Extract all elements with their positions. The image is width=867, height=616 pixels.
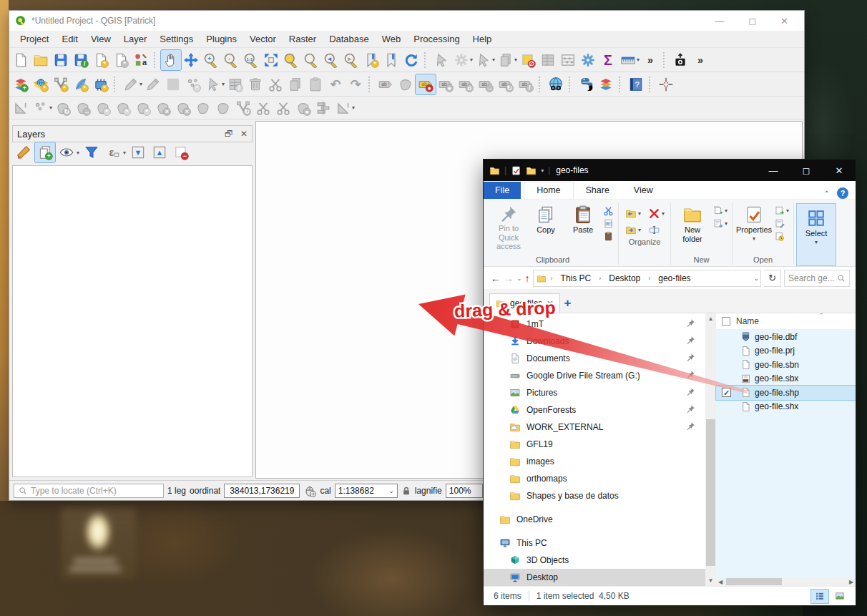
hscrollbar-thumb[interactable] (726, 578, 782, 585)
new-item-button[interactable]: ▾ (712, 205, 728, 216)
qat-newfolder-icon[interactable] (526, 165, 537, 176)
toolbar-separator[interactable] (368, 77, 373, 92)
tab-close-icon[interactable]: ✕ (547, 299, 553, 308)
add-delimited-text-layer-button[interactable]: * (51, 74, 71, 94)
breadcrumb-desktop[interactable]: Desktop (605, 273, 644, 283)
open-button[interactable]: ▾ (774, 205, 789, 216)
file-row-geo-file-shp[interactable]: ✓ geo-file.shp (716, 386, 856, 400)
style-manager-button[interactable]: a (131, 50, 151, 70)
zoom-to-layer-button[interactable] (301, 50, 321, 70)
qgis-titlebar[interactable]: *Untitled Project - QGIS [Patrick] — ◻ ✕ (9, 11, 804, 31)
zoom-next-button[interactable]: ▸ (341, 50, 361, 70)
delete-part-button[interactable] (193, 98, 213, 118)
copy-to-button[interactable]: ▾ (624, 224, 641, 236)
delete-selected-button[interactable] (245, 74, 265, 94)
help-contents-button[interactable]: ? (626, 74, 646, 94)
select-button[interactable]: Select ▾ (796, 203, 836, 266)
toolbar-separator[interactable] (569, 77, 574, 92)
nav-item-3d-objects[interactable]: 3D Objects (484, 552, 705, 569)
navigation-scrollbar[interactable]: ▲▼ (705, 313, 716, 586)
metasearch-button[interactable] (546, 74, 566, 94)
file-checkbox[interactable]: ✓ (722, 388, 731, 397)
import-photos-button[interactable] (670, 50, 690, 70)
identify-features-button[interactable] (431, 50, 451, 70)
toolbar-separator[interactable] (539, 77, 544, 92)
select-all-checkbox[interactable] (722, 317, 730, 326)
history-button[interactable] (774, 231, 789, 242)
zoom-out-button[interactable]: - (221, 50, 241, 70)
delete-ring-button[interactable]: × (173, 98, 193, 118)
show-hide-labels-button[interactable]: ab o (456, 74, 476, 94)
filter-by-expression-dropdown-chevron[interactable]: ▾ (123, 150, 126, 156)
merge-features-button[interactable]: ● (293, 98, 313, 118)
recent-locations-chevron[interactable]: ⌄ (516, 275, 522, 282)
refresh-map-button[interactable] (401, 50, 421, 70)
add-vector-layer-button[interactable]: * (31, 74, 51, 94)
remove-layer-button[interactable]: − (171, 142, 191, 162)
ribbon-tab-home[interactable]: Home (524, 182, 573, 199)
explorer-close-button[interactable]: ✕ (823, 160, 856, 181)
refresh-button[interactable]: ↻ (764, 270, 781, 287)
nav-item-onedrive[interactable]: OneDrive (484, 511, 705, 528)
nav-item-pictures[interactable]: Pictures (484, 384, 705, 401)
fill-ring-button[interactable]: × (153, 98, 173, 118)
layers-panel-close-button[interactable]: ✕ (240, 129, 248, 139)
details-view-button[interactable] (811, 590, 828, 603)
magnifier-input[interactable]: 100% (446, 484, 483, 498)
current-edits-button[interactable] (121, 74, 141, 94)
paste-button[interactable]: Paste (564, 202, 602, 235)
show-statistics-button[interactable]: Σ (598, 50, 618, 70)
copy-button[interactable]: Copy (527, 202, 564, 235)
menu-web[interactable]: Web (376, 31, 408, 47)
statistical-summary-button[interactable] (558, 50, 578, 70)
forward-button[interactable]: → (504, 273, 514, 284)
add-gps-layer-button[interactable]: * (71, 74, 91, 94)
nav-item-gfl19[interactable]: GFL19 (484, 436, 705, 453)
select-by-value-button[interactable] (496, 50, 516, 70)
open-data-source-manager-button[interactable]: + (11, 74, 31, 94)
nav-item-work-external[interactable]: WORK_EXTERNAL (484, 419, 705, 436)
cad-tools-button[interactable] (11, 98, 31, 118)
add-ring-button[interactable]: * (113, 98, 133, 118)
explorer-minimize-button[interactable]: — (757, 160, 790, 181)
nav-item-orthomaps[interactable]: orthomaps (484, 470, 705, 487)
file-row-geo-file-dbf[interactable]: geo-file.dbf (716, 330, 856, 344)
toolbar-separator[interactable] (663, 52, 668, 68)
thumbnails-view-button[interactable] (831, 590, 848, 603)
nav-item-google-drive-file-stream-g-[interactable]: Google Drive File Stream (G:) (484, 367, 705, 384)
open-attribute-table-button[interactable] (538, 50, 558, 70)
redo-button[interactable]: ↷ (346, 74, 366, 94)
nav-item-documents[interactable]: Documents (484, 350, 705, 367)
qat-customize-chevron[interactable]: ▾ (541, 167, 544, 174)
modify-attributes-button[interactable]: / (225, 74, 245, 94)
new-tab-button[interactable]: + (564, 296, 572, 313)
locate-input[interactable]: Type to locate (Ctrl+K) (14, 484, 164, 498)
menu-processing[interactable]: Processing (407, 31, 466, 47)
add-group-button[interactable]: + (35, 142, 55, 162)
file-list-header[interactable]: Name ⌃ (716, 313, 856, 330)
undo-button[interactable]: ↶ (325, 74, 346, 94)
layers-tree[interactable] (12, 165, 253, 477)
toolbar-separator[interactable] (424, 52, 429, 68)
collapse-all-button[interactable]: ▲ (150, 142, 170, 162)
cut-features-button[interactable] (265, 74, 285, 94)
plugin-layers-button[interactable] (596, 74, 616, 94)
explorer-titlebar[interactable]: | ▾ | geo-files — ◻ ✕ (484, 160, 856, 181)
cut-button[interactable] (603, 205, 614, 216)
filter-by-expression-button[interactable]: ε (103, 142, 123, 162)
new-folder-button[interactable]: New folder (674, 202, 711, 243)
layer-diagram-button[interactable] (396, 74, 416, 94)
zoom-to-selection-button[interactable] (281, 50, 301, 70)
help-icon[interactable]: ? (837, 187, 848, 199)
menu-layer[interactable]: Layer (117, 31, 154, 47)
new-project-button[interactable] (11, 50, 31, 70)
paste-features-button[interactable] (305, 74, 325, 94)
ribbon-tab-file[interactable]: File (484, 182, 521, 199)
copy-path-button[interactable]: W··· (603, 218, 614, 229)
toolbar-separator[interactable] (649, 77, 654, 92)
save-project-as-button[interactable]: / (71, 50, 91, 70)
desktop-shortcut-icon[interactable] (61, 507, 136, 580)
coordinate-input[interactable]: 384013,1736219 (224, 484, 300, 498)
ribbon-tab-view[interactable]: View (622, 182, 665, 199)
qat-properties-icon[interactable] (511, 165, 521, 176)
